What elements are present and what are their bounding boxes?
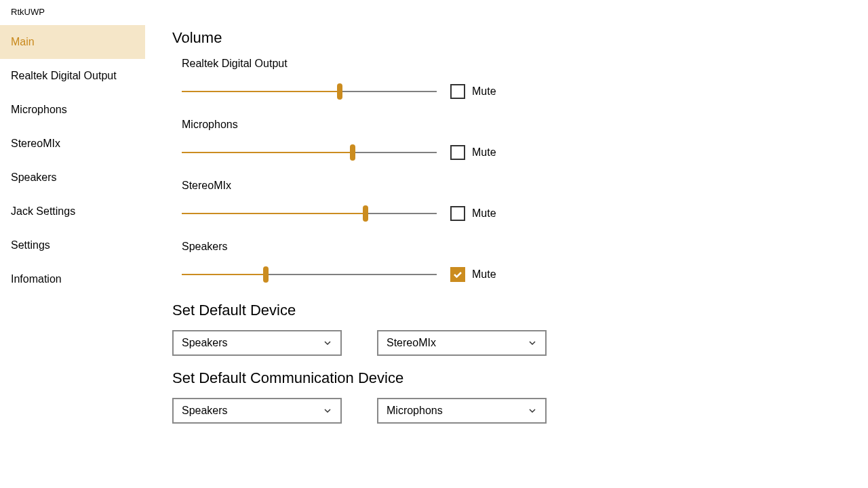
sidebar-item-infomation[interactable]: Infomation [0, 262, 145, 296]
chevron-down-icon [528, 338, 537, 348]
volume-label: Realtek Digital Output [172, 58, 868, 70]
default-comm-output-value: Speakers [182, 405, 228, 417]
sidebar-item-main[interactable]: Main [0, 25, 145, 59]
app-title: RtkUWP [0, 0, 868, 25]
default-comm-input-value: Microphons [387, 405, 443, 417]
sidebar-item-speakers[interactable]: Speakers [0, 161, 145, 195]
sidebar-item-microphons[interactable]: Microphons [0, 93, 145, 127]
chevron-down-icon [528, 406, 537, 415]
volume-row: SpeakersMute [172, 241, 868, 283]
volume-slider[interactable] [182, 144, 437, 161]
mute-checkbox[interactable] [450, 267, 465, 282]
volume-label: Microphons [172, 119, 868, 131]
main-content: Volume Realtek Digital OutputMuteMicroph… [145, 25, 868, 437]
volume-slider[interactable] [182, 205, 437, 222]
volume-row: Realtek Digital OutputMute [172, 58, 868, 100]
default-output-select[interactable]: Speakers [172, 330, 342, 356]
slider-thumb[interactable] [263, 266, 269, 283]
default-comm-input-select[interactable]: Microphons [377, 398, 547, 424]
chevron-down-icon [323, 406, 332, 415]
default-comm-output-select[interactable]: Speakers [172, 398, 342, 424]
default-input-select[interactable]: StereoMIx [377, 330, 547, 356]
mute-label: Mute [472, 207, 496, 220]
volume-section-title: Volume [172, 29, 868, 47]
sidebar: MainRealtek Digital OutputMicrophonsSter… [0, 25, 145, 437]
mute-checkbox[interactable] [450, 84, 465, 99]
sidebar-item-realtek-digital-output[interactable]: Realtek Digital Output [0, 59, 145, 93]
slider-thumb[interactable] [363, 205, 368, 222]
volume-slider[interactable] [182, 266, 437, 283]
volume-slider[interactable] [182, 83, 437, 100]
volume-row: MicrophonsMute [172, 119, 868, 161]
mute-label: Mute [472, 85, 496, 98]
volume-label: Speakers [172, 241, 868, 253]
mute-label: Mute [472, 268, 496, 281]
slider-thumb[interactable] [337, 83, 342, 100]
slider-thumb[interactable] [350, 144, 355, 161]
mute-checkbox[interactable] [450, 206, 465, 221]
sidebar-item-jack-settings[interactable]: Jack Settings [0, 195, 145, 228]
volume-label: StereoMIx [172, 180, 868, 192]
sidebar-item-settings[interactable]: Settings [0, 228, 145, 262]
default-device-title: Set Default Device [172, 302, 868, 319]
default-input-value: StereoMIx [387, 337, 436, 349]
volume-row: StereoMIxMute [172, 180, 868, 222]
mute-label: Mute [472, 146, 496, 159]
mute-checkbox[interactable] [450, 145, 465, 160]
default-output-value: Speakers [182, 337, 228, 349]
sidebar-item-stereomix[interactable]: StereoMIx [0, 127, 145, 161]
chevron-down-icon [323, 338, 332, 348]
default-comm-device-title: Set Default Communication Device [172, 369, 868, 387]
